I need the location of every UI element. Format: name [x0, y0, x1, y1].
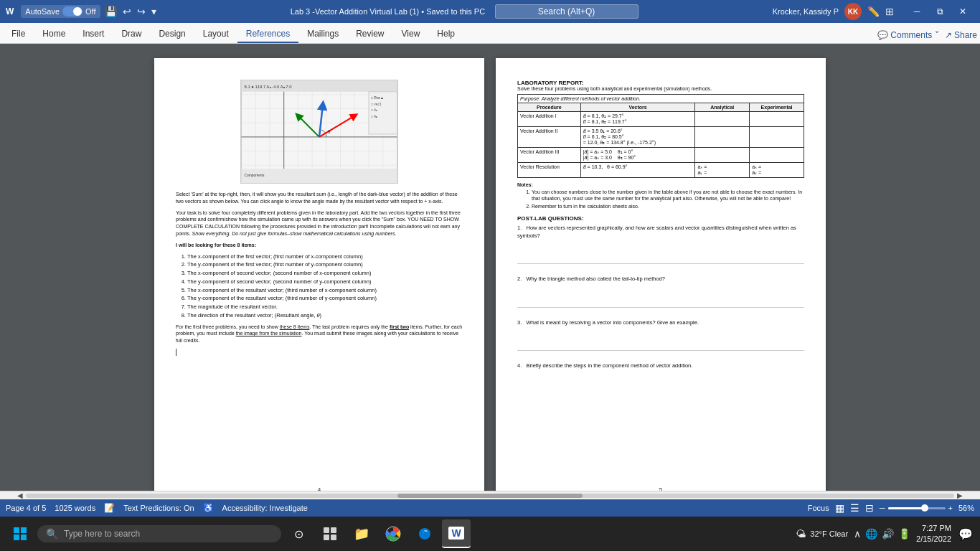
row2-procedure: Vector Addition II	[518, 127, 581, 148]
list-item: The y-component of the resultant vector;…	[187, 295, 463, 302]
minimize-button[interactable]: ─	[905, 0, 928, 23]
close-button[interactable]: ✕	[951, 0, 974, 23]
accessibility-label[interactable]: Accessibility: Investigate	[222, 504, 308, 512]
autosave-toggle[interactable]: AutoSave Off	[21, 5, 100, 18]
clock[interactable]: 7:27 PM 2/15/2022	[916, 523, 951, 545]
save-icon[interactable]: 💾	[105, 6, 117, 17]
zoom-thumb	[921, 504, 928, 512]
titlebar-center: Lab 3 -Vector Addition Virtual Lab (1) •…	[162, 4, 767, 19]
svg-rect-32	[14, 527, 19, 533]
tab-home[interactable]: Home	[34, 26, 74, 43]
note-1: You can choose numbers close to the numb…	[532, 189, 804, 202]
tab-layout[interactable]: Layout	[194, 26, 237, 43]
row1-vectors: a⃗ = 8.1, θ₁ = 29.7° b⃗ = 8.1, θ₂ = 119.…	[580, 112, 695, 127]
tab-design[interactable]: Design	[150, 26, 194, 43]
list-item: The direction of the resultant vector; (…	[187, 312, 463, 319]
layout-icon[interactable]: ⊞	[885, 6, 894, 17]
notification-button[interactable]: 💬	[957, 525, 974, 542]
tab-draw[interactable]: Draw	[113, 26, 150, 43]
chevron-up-icon[interactable]: ∧	[854, 528, 861, 540]
svg-text:θ: θ	[328, 129, 331, 134]
row1-experimental	[750, 112, 804, 127]
tray-icons[interactable]: ∧ 🌐 🔊 🔋	[854, 528, 910, 540]
status-right: Focus ▦ ☰ ⊟ ─ + 56%	[808, 502, 974, 514]
start-button[interactable]	[6, 519, 34, 548]
scroll-track	[26, 494, 954, 498]
question-2: 2. Why the triangle method also called t…	[517, 276, 804, 308]
svg-rect-39	[331, 534, 336, 540]
ribbon: File Home Insert Draw Design Layout Refe…	[0, 23, 980, 44]
svg-rect-33	[21, 527, 27, 533]
widgets-button[interactable]	[316, 519, 344, 548]
horizontal-scrollbar[interactable]: ◀ ▶	[0, 491, 980, 499]
tab-file[interactable]: File	[3, 26, 34, 43]
title-search[interactable]: Search (Alt+Q)	[495, 4, 639, 19]
scroll-right-arrow[interactable]: ▶	[954, 491, 966, 499]
document-area: θ 8.1 ● 11	[0, 44, 980, 491]
table-row: Vector Addition III |a⃗| = aₓ = 5.0 θ₁ =…	[518, 148, 804, 163]
tab-view[interactable]: View	[393, 26, 429, 43]
restore-button[interactable]: ⧉	[928, 0, 951, 23]
system-tray: 🌤 32°F Clear	[796, 528, 848, 540]
svg-rect-34	[14, 534, 19, 540]
toggle-track	[62, 6, 83, 17]
file-explorer-button[interactable]: 📁	[347, 519, 376, 548]
list-item: The y-component of the first vector; (fi…	[187, 261, 463, 268]
edge-button[interactable]	[410, 519, 439, 548]
zoom-level[interactable]: 56%	[958, 504, 974, 512]
view-layout-icon[interactable]: ⊟	[865, 502, 874, 514]
redo-icon[interactable]: ↪	[137, 6, 146, 17]
autosave-state: Off	[85, 7, 95, 16]
zoom-slider[interactable]	[888, 507, 946, 509]
tab-help[interactable]: Help	[428, 26, 463, 43]
user-avatar[interactable]: KK	[844, 3, 862, 20]
comments-button[interactable]: 💬 Comments ˅	[877, 30, 939, 40]
weather-text: 32°F Clear	[810, 529, 848, 538]
speaker-icon[interactable]: 🔊	[882, 528, 894, 540]
text-predictions[interactable]: Text Predictions: On	[123, 504, 194, 512]
scroll-thumb[interactable]	[397, 494, 583, 498]
dropdown-icon[interactable]: ▾	[151, 6, 156, 17]
share-button[interactable]: ↗ Share	[945, 30, 977, 40]
word-icon: W	[448, 527, 463, 540]
tab-mailings[interactable]: Mailings	[298, 26, 347, 43]
table-row: Vector Addition II a⃗ = 3.5 θ₁ = 20.6° b…	[518, 127, 804, 148]
page-number-5: 5	[659, 486, 662, 491]
row4-vectors: a⃗ = 10.3, θ = 60.9°	[580, 163, 695, 178]
chrome-button[interactable]	[379, 519, 407, 548]
taskbar-right: 🌤 32°F Clear ∧ 🌐 🔊 🔋 7:27 PM 2/15/2022 💬	[796, 523, 974, 545]
focus-button[interactable]: Focus	[808, 504, 829, 512]
col-analytical: Analytical	[695, 103, 750, 112]
tab-review[interactable]: Review	[347, 26, 392, 43]
lab-table: Purpose: Analyze different methods of ve…	[517, 94, 804, 178]
zoom-out-button[interactable]: ─	[880, 504, 885, 512]
question-4: 4. Briefly describe the steps in the com…	[517, 362, 804, 370]
tab-references[interactable]: References	[237, 26, 298, 43]
pen-icon[interactable]: ✏️	[867, 6, 880, 17]
task-view-button[interactable]: ⊙	[284, 519, 313, 548]
row4-analytical: aₓ =aᵧ =	[695, 163, 750, 178]
row3-procedure: Vector Addition III	[518, 148, 581, 163]
title-bar: W AutoSave Off 💾 ↩ ↪ ▾ Lab 3 -Vector Add…	[0, 0, 980, 23]
view-normal-icon[interactable]: ▦	[835, 502, 844, 514]
word-taskbar-button[interactable]: W	[442, 519, 471, 548]
zoom-in-button[interactable]: +	[948, 504, 953, 512]
titlebar-left: W AutoSave Off 💾 ↩ ↪ ▾	[6, 5, 156, 18]
svg-text:□ Res▲: □ Res▲	[371, 96, 384, 100]
taskbar-search[interactable]: 🔍 Type here to search	[37, 525, 281, 542]
taskbar-search-text: Type here to search	[64, 529, 140, 539]
network-icon[interactable]: 🌐	[865, 528, 877, 540]
taskbar-search-icon: 🔍	[46, 528, 58, 540]
word-count: 1025 words	[55, 504, 95, 512]
main-area: θ 8.1 ● 11	[0, 44, 980, 499]
toggle-knob	[73, 7, 82, 16]
row3-analytical	[695, 148, 750, 163]
undo-icon[interactable]: ↩	[123, 6, 131, 17]
tab-insert[interactable]: Insert	[74, 26, 113, 43]
proofing-icon[interactable]: 📝	[104, 503, 115, 513]
view-read-icon[interactable]: ☰	[850, 502, 859, 514]
scroll-left-arrow[interactable]: ◀	[14, 491, 26, 499]
svg-text:8.1  ●  119.7   A₁  -4.0  A₂  : 8.1 ● 119.7 A₁ -4.0 A₂ 7.0	[244, 85, 292, 89]
status-bar: Page 4 of 5 1025 words 📝 Text Prediction…	[0, 499, 980, 517]
svg-rect-36	[324, 527, 329, 533]
